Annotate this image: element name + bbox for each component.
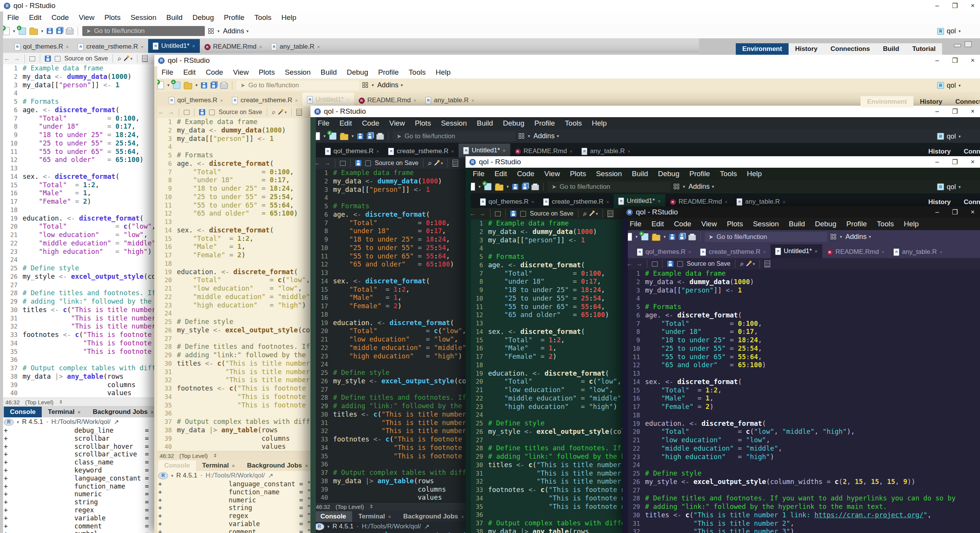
menu-item-profile[interactable]: Profile — [841, 220, 872, 228]
save-all-icon[interactable] — [367, 133, 373, 139]
tab-close-icon[interactable]: × — [388, 514, 391, 520]
scope-indicator[interactable]: (Top Level) — [25, 399, 54, 405]
open-recent-dropdown-icon[interactable]: ▾ — [507, 184, 509, 189]
panes-grid-icon[interactable] — [831, 234, 836, 240]
menu-item-file[interactable]: File — [2, 13, 24, 22]
new-file-dropdown-icon[interactable]: ▾ — [635, 234, 638, 239]
show-in-new-window-icon[interactable] — [340, 161, 346, 166]
maximize-button[interactable]: ❐ — [952, 2, 958, 10]
addins-button[interactable]: Addins▾ — [846, 233, 871, 241]
pane-tab-connections[interactable]: Connections — [824, 43, 876, 55]
show-in-new-window-icon[interactable] — [184, 110, 189, 115]
new-file-icon[interactable]: + — [3, 27, 10, 35]
pane-tab-history[interactable]: History — [913, 96, 949, 108]
print-icon[interactable] — [688, 234, 696, 240]
menu-item-code[interactable]: Code — [46, 13, 74, 22]
open-file-icon[interactable] — [29, 27, 38, 35]
console-tab-background-jobs[interactable]: Background Jobs× — [87, 407, 160, 417]
print-icon[interactable] — [220, 82, 228, 89]
print-icon[interactable] — [66, 28, 74, 34]
editor-tab-any-table-r[interactable]: Rany_table.R× — [421, 94, 479, 106]
menu-item-build[interactable]: Build — [784, 220, 810, 228]
tab-close-icon[interactable]: × — [66, 44, 69, 50]
goto-file-function-input[interactable]: ➤Go to file/function — [705, 232, 827, 242]
maximize-button[interactable]: ❐ — [952, 158, 958, 166]
tab-close-icon[interactable]: × — [725, 199, 728, 205]
pane-minmax-icons[interactable] — [954, 41, 972, 47]
scope-indicator[interactable]: (Top Level) — [336, 504, 364, 510]
new-project-icon[interactable]: + — [641, 233, 648, 240]
addins-button[interactable]: Addins▾ — [689, 183, 714, 191]
menu-item-view[interactable]: View — [228, 68, 254, 77]
forward-icon[interactable]: → — [636, 260, 642, 267]
tab-close-icon[interactable]: × — [570, 149, 573, 154]
console-tab-console[interactable]: Console — [158, 460, 196, 471]
console-tab-console[interactable]: Console — [314, 511, 352, 522]
minimize-button[interactable]: – — [935, 158, 939, 166]
editor-tab-untitled1-[interactable]: RUntitled1*× — [614, 194, 665, 208]
tab-close-icon[interactable]: × — [782, 199, 786, 205]
tab-close-icon[interactable]: × — [259, 44, 262, 50]
show-in-new-window-icon[interactable] — [29, 56, 35, 61]
print-icon[interactable] — [531, 183, 539, 190]
editor-tab-readme-rmd[interactable]: RREADME.Rmd× — [822, 246, 889, 258]
compile-report-icon[interactable] — [764, 260, 770, 267]
editor-tab-qol-themes-r[interactable]: Rqol_themes.R× — [632, 246, 696, 258]
menu-item-file[interactable]: File — [157, 68, 178, 77]
editor-tab-any-table-r[interactable]: Rany_table.R× — [889, 246, 947, 258]
maximize-button[interactable]: ❐ — [952, 57, 958, 65]
menu-item-plots[interactable]: Plots — [254, 68, 280, 77]
save-icon[interactable] — [199, 109, 205, 115]
tab-close-icon[interactable]: × — [295, 98, 298, 103]
forward-icon[interactable]: → — [14, 55, 20, 62]
menu-item-session[interactable]: Session — [280, 68, 316, 77]
menu-item-debug[interactable]: Debug — [498, 119, 529, 128]
panes-grid-icon[interactable] — [674, 184, 679, 190]
minimize-button[interactable]: – — [935, 208, 939, 216]
editor-tab-qol-themes-r[interactable]: Rqol_themes.R× — [164, 94, 227, 106]
show-in-new-window-icon[interactable] — [652, 262, 658, 266]
save-all-icon[interactable] — [56, 28, 62, 34]
tab-close-icon[interactable]: × — [78, 409, 81, 415]
editor-tab-untitled1-[interactable]: RUntitled1*× — [302, 93, 354, 106]
pane-tab-tutorial[interactable]: Tutorial — [906, 43, 942, 55]
close-button[interactable]: × — [971, 2, 975, 10]
editor-tab-qol-themes-r[interactable]: Rqol_themes.R× — [475, 196, 539, 208]
pane-tab-connections[interactable]: Connections — [957, 146, 980, 157]
new-file-dropdown-icon[interactable]: ▾ — [479, 184, 481, 189]
save-icon[interactable] — [45, 56, 51, 62]
console-tab-background-jobs[interactable]: Background Jobs× — [397, 511, 470, 522]
save-icon[interactable] — [355, 160, 361, 166]
menu-item-help[interactable]: Help — [899, 220, 924, 228]
editor-tab-create-rstheme-r[interactable]: Rcreate_rstheme.R× — [227, 94, 302, 106]
pane-tab-environment[interactable]: Environment — [736, 43, 789, 55]
menu-item-file[interactable]: File — [468, 170, 490, 178]
code-tools-caret-icon[interactable]: ▾ — [441, 161, 443, 166]
code-tools-icon[interactable] — [748, 261, 749, 267]
menu-item-help[interactable]: Help — [276, 13, 301, 22]
tab-close-icon[interactable]: × — [151, 409, 154, 415]
menu-item-debug[interactable]: Debug — [188, 13, 219, 22]
code-tools-caret-icon[interactable]: ▾ — [596, 211, 598, 216]
panes-dropdown-icon[interactable]: ▾ — [528, 134, 530, 139]
menu-item-profile[interactable]: Profile — [684, 170, 715, 178]
menu-item-plots[interactable]: Plots — [100, 13, 126, 22]
new-file-dropdown-icon[interactable]: ▾ — [167, 83, 170, 88]
tab-close-icon[interactable]: × — [815, 249, 818, 254]
menu-item-edit[interactable]: Edit — [647, 220, 669, 228]
back-icon[interactable]: ← — [4, 55, 10, 62]
panes-dropdown-icon[interactable]: ▾ — [840, 234, 842, 239]
menu-item-debug[interactable]: Debug — [810, 220, 841, 228]
minimize-button[interactable]: – — [935, 108, 939, 115]
code-editor[interactable]: 1# Example data frame2my_data <- dummy_d… — [622, 270, 980, 533]
open-file-icon[interactable] — [652, 233, 660, 241]
source-on-save-checkbox[interactable] — [520, 211, 526, 217]
find-replace-icon[interactable]: ⌕ — [118, 54, 122, 63]
new-project-icon[interactable]: + — [173, 82, 180, 89]
r-version-caret-icon[interactable]: ▾ — [17, 420, 19, 425]
tab-close-icon[interactable]: × — [606, 199, 609, 205]
menu-item-help[interactable]: Help — [742, 170, 767, 178]
editor-tab-untitled1-[interactable]: RUntitled1*× — [771, 244, 822, 258]
menu-item-session[interactable]: Session — [436, 119, 472, 128]
menu-item-build[interactable]: Build — [627, 170, 653, 178]
